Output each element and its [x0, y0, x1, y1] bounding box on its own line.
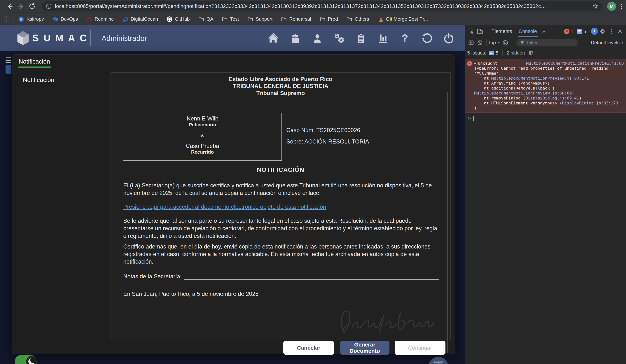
continue-button[interactable]: Continuar: [395, 341, 445, 355]
power-icon[interactable]: [443, 33, 454, 44]
error-x-icon: ✕: [564, 29, 569, 34]
console-prompt[interactable]: >: [465, 113, 626, 124]
generate-document-button[interactable]: Generar Documento: [340, 341, 390, 355]
document-link[interactable]: Presione aquí para acceder al documento …: [123, 203, 439, 210]
bookmark-ksitropy[interactable]: Ksitropy: [18, 16, 44, 22]
bookmark-devops[interactable]: DevOps: [52, 16, 78, 22]
console-filter[interactable]: [516, 39, 578, 46]
bar-chart-icon[interactable]: [378, 33, 388, 44]
profile-avatar[interactable]: M: [607, 2, 616, 11]
refresh-icon[interactable]: [422, 33, 432, 44]
notes-label: Notas de la Secretaría:: [123, 273, 182, 280]
browser-menu-icon[interactable]: ⋮: [618, 2, 625, 10]
text-caret: [473, 116, 474, 121]
help-icon[interactable]: ?: [400, 33, 410, 44]
bookmark-folder-others[interactable]: Others: [346, 16, 369, 22]
document-scrollbar[interactable]: [447, 92, 448, 353]
stack-frame-2: at Array.find (<anonymous>): [474, 81, 624, 86]
bookmark-github[interactable]: GitHub: [166, 16, 190, 22]
more-tabs-icon[interactable]: »: [541, 28, 547, 35]
back-icon[interactable]: [4, 1, 15, 12]
hamburger-menu-icon[interactable]: [5, 57, 11, 65]
ai-assistant-icon[interactable]: ✦: [591, 27, 598, 35]
stack-link[interactable]: MultipleDocumentNoti…ionPreview.js:60:69: [474, 91, 572, 95]
bookmark-digitalocean[interactable]: DigitalOcean: [122, 16, 158, 22]
home-icon[interactable]: [268, 33, 279, 44]
bookmark-folder-rehearsal[interactable]: Rehearsal: [281, 16, 311, 22]
console-error-entry[interactable]: ✕ ▶ Uncaught MultipleDocumentNoti…cation…: [465, 59, 626, 113]
role-title: Administrador: [102, 34, 147, 42]
bookmark-folder-support[interactable]: Support: [247, 16, 273, 22]
tab-elements[interactable]: Elements: [488, 25, 515, 37]
cancel-button[interactable]: Cancelar: [283, 341, 334, 355]
inspect-element-icon[interactable]: [468, 27, 475, 35]
brand-name: SUMAC: [33, 32, 92, 43]
reload-icon[interactable]: [27, 1, 38, 12]
bookmark-folder-prod[interactable]: Prod: [320, 16, 338, 22]
ksitropy-icon: [18, 16, 24, 22]
bookmark-folder-qa[interactable]: QA: [198, 16, 214, 22]
funnel-icon: [520, 40, 524, 45]
folder-icon: [222, 16, 228, 22]
sidebar-item-notificacion[interactable]: Notificación: [23, 77, 54, 83]
issues-count-badge[interactable]: 5: [489, 50, 498, 56]
devtools-settings-icon[interactable]: [599, 27, 607, 35]
hidden-messages-label[interactable]: 2 hidden: [507, 50, 525, 56]
site-info-icon[interactable]: [46, 3, 52, 9]
devtools-panel: Elements Console » ✕ 1 5 ✦ ⋮ ✕ top▼: [465, 25, 626, 364]
settings-gears-icon[interactable]: [334, 33, 345, 44]
url-text[interactable]: localhost:8065/portal/systemAdministrato…: [55, 3, 589, 9]
app-header: SUMAC Administrador ?: [0, 25, 465, 51]
folder-icon: [281, 16, 287, 22]
court-header-line1: Estado Libre Asociado de Puerto Rico: [111, 76, 450, 82]
bookmark-star-icon[interactable]: [592, 3, 598, 9]
console-toolbar: top▼ Default levels▼: [465, 38, 626, 48]
address-bar[interactable]: localhost:8065/portal/systemAdministrato…: [42, 1, 602, 11]
issues-bar: 5 Issues: 5 2 hidden: [465, 48, 626, 58]
live-expression-icon[interactable]: [502, 39, 509, 47]
devtools-tab-bar: Elements Console » ✕ 1 5 ✦ ⋮ ✕: [465, 25, 626, 38]
issues-label[interactable]: 5 Issues:: [467, 50, 486, 56]
user-icon[interactable]: [312, 33, 323, 44]
console-sidebar-icon[interactable]: [467, 39, 475, 47]
stack-link[interactable]: DisplayDialog.js:69:41: [525, 96, 579, 100]
paragraph-certification: El (La) Secretario(a) que suscribe certi…: [123, 182, 439, 197]
petitioner-role: Peticionario: [123, 122, 282, 128]
github-icon: [166, 16, 172, 22]
error-source-link[interactable]: MultipleDocumentNoti…cationPreview.js:60: [526, 61, 624, 66]
clear-console-icon[interactable]: [476, 39, 484, 47]
devtools-menu-icon[interactable]: ⋮: [608, 27, 615, 35]
users-group-icon[interactable]: [290, 33, 301, 44]
expand-triangle-icon[interactable]: ▶: [474, 61, 476, 66]
log-levels-selector[interactable]: Default levels▼: [591, 40, 624, 45]
context-selector[interactable]: top▼: [489, 40, 500, 45]
paragraph-certify-copy: Certifico además que, en el día de hoy, …: [123, 243, 439, 265]
justice-scales-badge[interactable]: [428, 357, 448, 364]
folder-icon: [247, 16, 253, 22]
tab-notificacion[interactable]: Notificación: [19, 58, 50, 65]
stack-link[interactable]: MultipleDocumentNoti…onPreview.js:60:171: [491, 76, 589, 81]
issues-settings-icon[interactable]: [527, 49, 535, 57]
place-and-date: En San Juan, Puerto Rico, a 5 de noviemb…: [123, 290, 439, 298]
message-bubble-icon: [577, 29, 582, 34]
apps-grid-icon[interactable]: [4, 16, 10, 22]
stack-link[interactable]: DisplayDialog.js:33:173: [562, 101, 618, 105]
clipboard-icon[interactable]: [356, 33, 366, 44]
notes-blank-line: [184, 273, 439, 280]
tab-console[interactable]: Console: [516, 25, 540, 37]
forward-icon[interactable]: [15, 1, 27, 12]
caption-vertical-line: [281, 113, 282, 161]
error-icon: ✕: [467, 61, 472, 66]
document-title: NOTIFICACIÓN: [111, 166, 450, 173]
bookmark-folder-test[interactable]: Test: [222, 16, 239, 22]
error-count-badge[interactable]: ✕ 1: [564, 29, 573, 34]
devtools-close-icon[interactable]: ✕: [616, 27, 624, 35]
dark-mode-toggle[interactable]: [15, 355, 37, 364]
filter-input[interactable]: [527, 40, 568, 46]
bookmark-stackoverflow[interactable]: GIt Merge Best Pr...: [378, 16, 428, 22]
device-toolbar-icon[interactable]: [476, 27, 484, 35]
header-divider: [90, 30, 91, 46]
bookmark-redmine[interactable]: Redmine: [86, 16, 114, 22]
moon-icon: [28, 358, 35, 364]
message-count-badge[interactable]: 5: [577, 29, 586, 34]
